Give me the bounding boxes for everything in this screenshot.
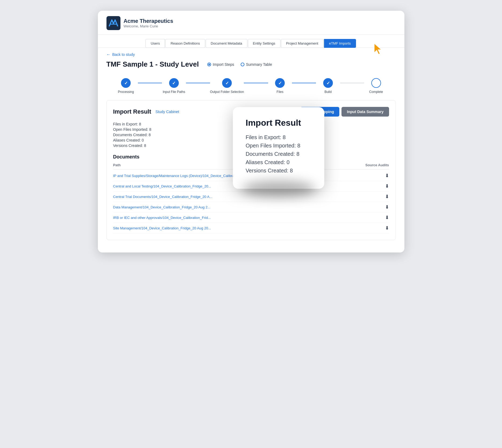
tab-project-management[interactable]: Project Management [281,39,323,48]
tab-reason-definitions[interactable]: Reason Definitions [165,39,205,48]
th-source-audits: Source Audits [357,163,389,167]
stepper: ✓ Processing ✓ Input File Paths ✓ Output… [98,73,404,100]
popup-stat-4: Versions Created: 8 [246,168,311,174]
summary-table-label: Summary Table [246,62,272,67]
tab-document-metadata[interactable]: Document Metadata [206,39,247,48]
step-output-folder-circle: ✓ [222,78,232,88]
popup-stat-0: Files in Export: 8 [246,134,311,140]
tab-etmf-imports[interactable]: eTMF Imports [324,39,356,48]
import-steps-label: Import Steps [213,62,234,67]
logo-area: Acme Therapeutics Welcome, Marie Curie [106,16,173,30]
step-connector-4 [292,83,316,83]
step-complete-circle [371,78,381,88]
doc-audit-5: ⬇ [357,225,389,231]
back-to-study-link[interactable]: ← Back to study [98,48,404,59]
company-logo-icon [106,16,120,30]
step-build-circle: ✓ [323,78,333,88]
popup-shadow [242,181,315,197]
table-row: Site Management/104_Device_Calibration_F… [113,223,389,233]
view-option-summary-table[interactable]: Summary Table [241,62,272,67]
table-row: IRB or IEC and other Approvals/104_Devic… [113,212,389,223]
welcome-text: Welcome, Marie Curie [124,24,173,28]
table-row: Data Management/104_Device_Calibration_F… [113,202,389,212]
input-data-summary-button[interactable]: Input Data Summary [341,107,389,117]
doc-path-5[interactable]: Site Management/104_Device_Calibration_F… [113,226,357,230]
step-processing-circle: ✓ [121,78,131,88]
doc-path-2[interactable]: Central Trial Documents/104_Device_Calib… [113,195,357,199]
view-options: Import Steps Summary Table [207,62,272,67]
doc-path-4[interactable]: IRB or IEC and other Approvals/104_Devic… [113,216,357,220]
step-complete-label: Complete [369,90,383,94]
page-title: TMF Sample 1 - Study Level [106,60,199,68]
tab-users[interactable]: Users [145,39,165,48]
step-output-folder-label: Output Folder Selection [210,90,244,94]
step-complete: Complete [364,78,388,94]
step-build-label: Build [325,90,332,94]
step-files-label: Files [277,90,283,94]
step-input-file-paths-circle: ✓ [169,78,179,88]
card-title-area: Import Result Study Cabinet [113,108,179,115]
popup-title: Import Result [246,118,311,128]
step-connector-5 [340,83,364,83]
step-input-file-paths: ✓ Input File Paths [162,78,186,94]
back-link-label: Back to study [112,52,135,57]
step-processing: ✓ Processing [114,78,138,94]
step-connector-2 [186,83,210,83]
doc-audit-2: ⬇ [357,194,389,200]
step-input-file-paths-label: Input File Paths [163,90,185,94]
nav-tabs: Users Reason Definitions Document Metada… [98,35,404,48]
popup-stat-3: Aliases Created: 0 [246,159,311,165]
doc-audit-3: ⬇ [357,204,389,210]
study-cabinet-link[interactable]: Study Cabinet [155,110,179,114]
step-files-circle: ✓ [275,78,285,88]
radio-import-steps [207,63,211,66]
header: Acme Therapeutics Welcome, Marie Curie [98,11,404,35]
company-info: Acme Therapeutics Welcome, Marie Curie [124,18,173,28]
step-connector-1 [138,83,162,83]
step-processing-label: Processing [118,90,134,94]
popup-stat-1: Open Files Imported: 8 [246,143,311,149]
popup-card: Import Result Files in Export: 8 Open Fi… [233,107,324,189]
doc-path-3[interactable]: Data Management/104_Device_Calibration_F… [113,205,357,209]
radio-summary-table [241,63,244,66]
card-title: Import Result [113,108,151,115]
step-output-folder: ✓ Output Folder Selection [210,78,244,94]
step-files: ✓ Files [268,78,292,94]
back-arrow-icon: ← [106,52,111,57]
view-option-import-steps[interactable]: Import Steps [207,62,234,67]
popup-overlay: Import Result Files in Export: 8 Open Fi… [233,107,324,189]
tab-entity-settings[interactable]: Entity Settings [248,39,280,48]
company-name: Acme Therapeutics [124,18,173,24]
doc-audit-1: ⬇ [357,183,389,189]
popup-stat-2: Documents Created: 8 [246,151,311,157]
doc-audit-0: ⬇ [357,173,389,179]
doc-audit-4: ⬇ [357,215,389,221]
page-title-area: TMF Sample 1 - Study Level Import Steps … [98,59,404,73]
step-connector-3 [244,83,268,83]
step-build: ✓ Build [316,78,340,94]
app-window: Acme Therapeutics Welcome, Marie Curie U… [98,11,404,252]
